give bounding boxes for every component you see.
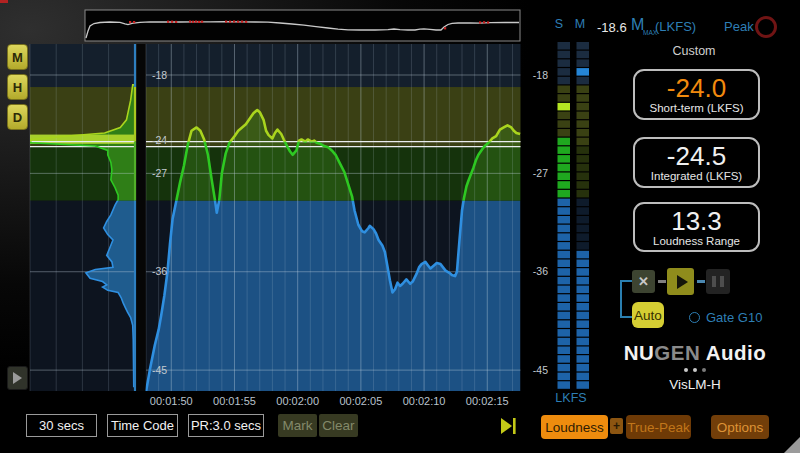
loudness-range-value: 13.3 xyxy=(671,208,722,235)
mmax-unit: (LKFS) xyxy=(655,19,696,34)
auto-link-line xyxy=(620,316,632,318)
play-button[interactable] xyxy=(667,268,694,295)
mode-button-distribution[interactable]: D xyxy=(7,104,28,130)
svg-text:-27: -27 xyxy=(533,167,548,179)
svg-text:00:01:55: 00:01:55 xyxy=(213,395,256,407)
svg-text:00:01:50: 00:01:50 xyxy=(150,395,193,407)
svg-text:00:02:00: 00:02:00 xyxy=(276,395,319,407)
page-dots[interactable] xyxy=(620,368,770,372)
svg-text:-18: -18 xyxy=(152,69,167,81)
gate-label[interactable]: Gate G10 xyxy=(706,310,762,325)
mode-button-momentary[interactable]: M xyxy=(7,44,28,70)
loudness-range-label: Loudness Range xyxy=(653,235,740,247)
tab-loudness[interactable]: Loudness xyxy=(541,415,608,439)
play-icon xyxy=(677,275,688,289)
transport-link-dash xyxy=(697,280,705,283)
loudness-range-readout[interactable]: 13.3 Loudness Range xyxy=(633,202,760,252)
auto-link-line xyxy=(620,280,632,282)
play-icon xyxy=(13,372,22,384)
dot-icon xyxy=(702,368,706,372)
svg-text:-36: -36 xyxy=(152,265,167,277)
left-edge-marker xyxy=(0,0,8,3)
logo-gen: GEN xyxy=(654,341,700,365)
meter-column-label-s: S xyxy=(551,17,567,31)
history-length-select[interactable]: 30 secs xyxy=(26,414,97,437)
auto-button[interactable]: Auto xyxy=(632,302,664,328)
vislm-plugin-window: -18-24-27-36-45-18-27-36-4500:01:5000:01… xyxy=(0,0,800,453)
svg-text:-45: -45 xyxy=(533,364,548,376)
svg-text:00:02:10: 00:02:10 xyxy=(403,395,446,407)
short-term-value: -24.0 xyxy=(667,75,726,102)
transport-link-dash xyxy=(658,280,666,283)
svg-text:-24: -24 xyxy=(152,134,167,146)
mode-button-history[interactable]: H xyxy=(7,74,28,100)
mark-button[interactable]: Mark xyxy=(278,414,317,437)
logo-audio: Audio xyxy=(700,341,766,365)
svg-text:00:02:05: 00:02:05 xyxy=(339,395,382,407)
auto-link-line xyxy=(620,280,622,318)
dot-icon xyxy=(693,368,697,372)
nugen-logo: NUGEN Audio xyxy=(620,341,770,365)
stop-reset-button[interactable]: ✕ xyxy=(632,270,655,293)
mmax-value: -18.6 xyxy=(597,20,627,35)
options-button[interactable]: Options xyxy=(711,415,769,439)
replay-button[interactable] xyxy=(7,366,28,390)
time-mode-select[interactable]: Time Code xyxy=(107,414,178,437)
preset-label[interactable]: Custom xyxy=(634,44,754,58)
short-term-readout[interactable]: -24.0 Short-term (LKFS) xyxy=(633,69,760,120)
meter-column-label-m: M xyxy=(572,17,588,31)
short-term-label: Short-term (LKFS) xyxy=(650,102,744,114)
integrated-value: -24.5 xyxy=(667,143,726,170)
split-view-button[interactable]: + xyxy=(610,418,623,434)
pause-icon xyxy=(720,276,724,287)
integrated-label: Integrated (LKFS) xyxy=(651,170,742,182)
product-name: VisLM-H xyxy=(620,377,770,392)
pause-button[interactable] xyxy=(706,269,730,294)
peak-indicator-light[interactable] xyxy=(755,16,777,38)
practical-range-select[interactable]: PR:3.0 secs xyxy=(188,414,264,437)
tab-true-peak[interactable]: True-Peak xyxy=(626,415,691,439)
gate-radio[interactable] xyxy=(689,312,700,323)
clear-button[interactable]: Clear xyxy=(319,414,358,437)
svg-text:-45: -45 xyxy=(152,364,167,376)
skip-to-end-button[interactable] xyxy=(501,417,518,439)
svg-text:00:02:15: 00:02:15 xyxy=(466,395,509,407)
svg-text:-36: -36 xyxy=(533,265,548,277)
dot-icon xyxy=(684,368,688,372)
peak-label: Peak xyxy=(724,19,754,34)
skip-to-end-icon xyxy=(501,417,518,435)
meter-unit-label: LKFS xyxy=(547,391,595,405)
svg-text:-18: -18 xyxy=(533,69,548,81)
svg-text:-27: -27 xyxy=(152,167,167,179)
logo-nu: NU xyxy=(624,341,655,365)
integrated-readout[interactable]: -24.5 Integrated (LKFS) xyxy=(633,137,760,188)
pause-icon xyxy=(712,276,716,287)
